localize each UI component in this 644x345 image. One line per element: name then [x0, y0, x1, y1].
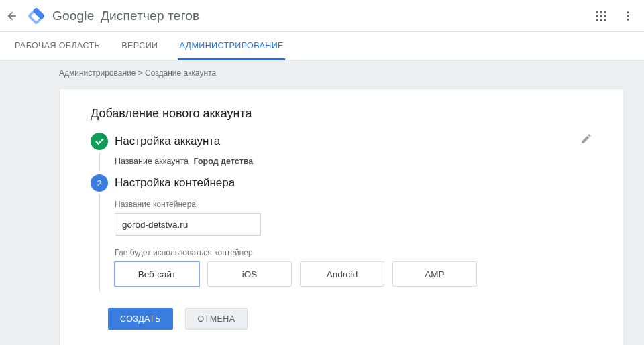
product-sub: Диспетчер тегов — [101, 9, 199, 23]
svg-point-14 — [627, 15, 629, 17]
form-actions: СОЗДАТЬ ОТМЕНА — [108, 308, 592, 330]
tab-versions[interactable]: ВЕРСИИ — [120, 41, 159, 60]
svg-point-7 — [596, 15, 598, 17]
svg-point-13 — [627, 11, 629, 13]
step-number-badge: 2 — [91, 174, 108, 192]
cancel-button[interactable]: ОТМЕНА — [185, 308, 248, 330]
step2-title: Настройка контейнера — [115, 174, 592, 192]
create-button[interactable]: СОЗДАТЬ — [108, 308, 173, 330]
platform-label: Где будет использоваться контейнер — [115, 248, 592, 257]
edit-account-button[interactable] — [580, 133, 592, 145]
step-done-badge — [91, 133, 108, 150]
main-tabs: РАБОЧАЯ ОБЛАСТЬ ВЕРСИИ АДМИНИСТРИРОВАНИЕ — [0, 32, 644, 60]
container-name-label: Название контейнера — [115, 200, 592, 209]
product-word: Google — [52, 9, 94, 23]
svg-point-10 — [596, 19, 598, 21]
apps-button[interactable] — [592, 7, 610, 25]
breadcrumb: Администрирование > Создание аккаунта — [0, 60, 644, 84]
platform-amp[interactable]: AMP — [392, 261, 477, 287]
back-button[interactable] — [3, 7, 21, 25]
step1-title: Настройка аккаунта — [115, 133, 592, 150]
pencil-icon — [580, 133, 592, 145]
svg-point-6 — [604, 11, 606, 13]
card-title: Добавление нового аккаунта — [91, 107, 592, 121]
step-connector — [99, 153, 100, 171]
product-name: Google Диспетчер тегов — [52, 9, 199, 23]
arrow-left-icon — [6, 10, 18, 22]
platform-ios[interactable]: iOS — [207, 261, 292, 287]
svg-point-12 — [604, 19, 606, 21]
svg-point-8 — [600, 15, 602, 17]
check-icon — [95, 137, 105, 147]
container-name-input[interactable] — [115, 213, 261, 236]
step-container: 2 Настройка контейнера Название контейне… — [84, 174, 592, 295]
top-actions — [592, 7, 637, 25]
account-value: Город детства — [193, 157, 253, 166]
platform-web[interactable]: Веб-сайт — [115, 261, 199, 287]
tab-admin[interactable]: АДМИНИСТРИРОВАНИЕ — [178, 41, 284, 60]
svg-point-11 — [600, 19, 602, 21]
svg-point-15 — [627, 18, 629, 20]
tab-workspace[interactable]: РАБОЧАЯ ОБЛАСТЬ — [13, 41, 101, 60]
page-body: Администрирование > Создание аккаунта До… — [0, 60, 644, 345]
svg-point-5 — [600, 11, 602, 13]
more-vert-icon — [622, 10, 634, 22]
apps-grid-icon — [595, 10, 607, 22]
top-bar: Google Диспетчер тегов — [0, 0, 644, 32]
more-button[interactable] — [619, 7, 637, 25]
platform-options: Веб-сайт iOS Android AMP — [115, 261, 592, 287]
platform-android[interactable]: Android — [300, 261, 384, 287]
create-account-card: Добавление нового аккаунта Настройка акк… — [59, 88, 624, 345]
svg-point-9 — [604, 15, 606, 17]
step-account: Настройка аккаунта Название аккаунта Гор… — [84, 133, 592, 174]
product-brand: Google Диспетчер тегов — [27, 7, 199, 25]
step-connector — [99, 194, 100, 292]
gtm-logo-icon — [27, 7, 46, 25]
account-summary: Название аккаунта Город детства — [115, 157, 592, 166]
account-label: Название аккаунта — [115, 157, 189, 166]
stepper: Настройка аккаунта Название аккаунта Гор… — [84, 133, 592, 295]
svg-point-4 — [596, 11, 598, 13]
